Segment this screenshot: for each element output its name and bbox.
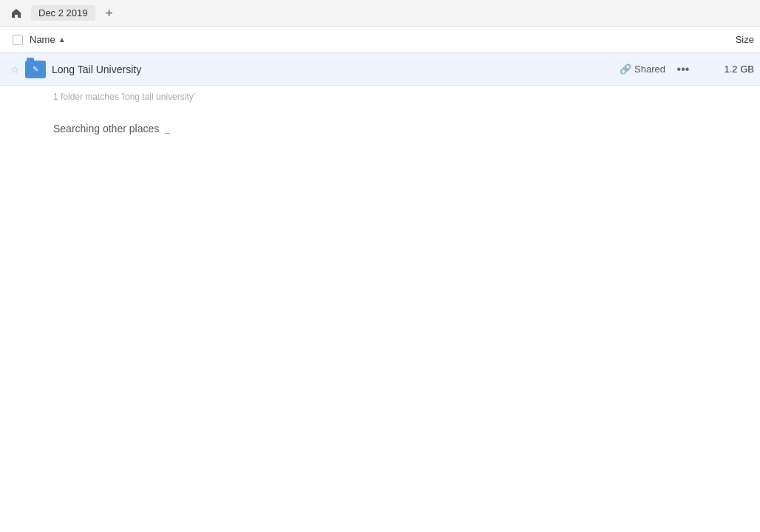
select-all-checkbox[interactable] <box>6 35 30 45</box>
file-name: Long Tail University <box>47 64 620 75</box>
add-tab-button[interactable]: + <box>100 4 119 23</box>
breadcrumb-dec2019[interactable]: Dec 2 2019 <box>31 5 95 21</box>
file-row[interactable]: ☆ ✎ Long Tail University 🔗 Shared ••• 1.… <box>0 53 760 86</box>
shared-label: Shared <box>634 64 665 75</box>
match-info: 1 folder matches 'long tail university' <box>0 86 760 108</box>
file-size: 1.2 GB <box>695 64 754 75</box>
sort-arrow-icon: ▲ <box>58 35 66 44</box>
folder-pen-icon: ✎ <box>33 65 38 73</box>
size-column-header: Size <box>695 34 754 45</box>
name-column-header[interactable]: Name ▲ <box>30 34 695 45</box>
match-info-text: 1 folder matches 'long tail university' <box>53 92 195 102</box>
link-icon: 🔗 <box>620 64 631 75</box>
more-options-button[interactable]: ••• <box>671 63 695 76</box>
breadcrumb-label: Dec 2 2019 <box>38 7 88 18</box>
column-headers: Name ▲ Size <box>0 27 760 53</box>
folder-icon-box: ✎ <box>25 61 46 78</box>
add-tab-icon: + <box>105 7 113 20</box>
checkbox-element[interactable] <box>13 35 23 45</box>
star-button[interactable]: ☆ <box>6 64 24 75</box>
home-button[interactable] <box>6 3 27 24</box>
name-label: Name <box>30 34 55 45</box>
searching-spinner: _ <box>165 123 170 134</box>
searching-label: Searching other places <box>53 123 159 134</box>
size-label: Size <box>736 34 754 45</box>
more-icon: ••• <box>677 63 690 76</box>
shared-badge: 🔗 Shared <box>620 64 671 75</box>
searching-section: Searching other places _ <box>0 108 760 149</box>
top-bar: Dec 2 2019 + <box>0 0 760 27</box>
folder-icon: ✎ <box>24 61 47 78</box>
star-icon: ☆ <box>10 64 20 75</box>
